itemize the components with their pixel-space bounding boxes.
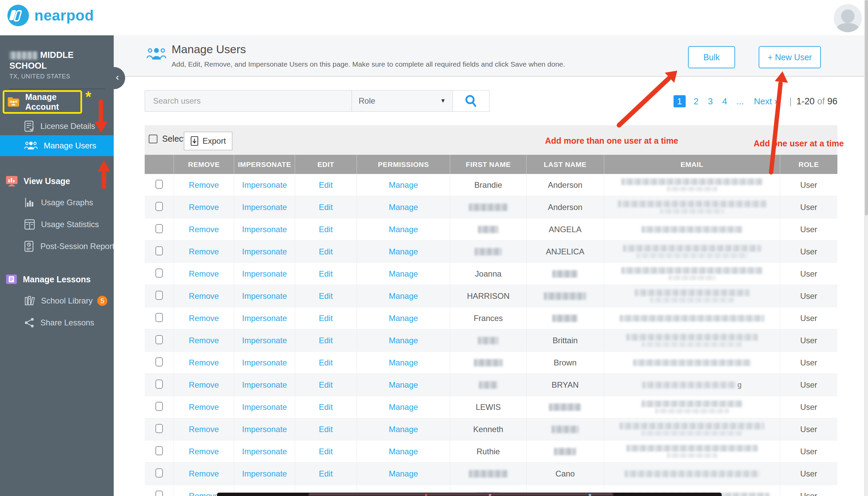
impersonate-link[interactable]: Impersonate (242, 225, 287, 234)
role-filter-dropdown[interactable]: Role ▼ (352, 91, 453, 111)
edit-link[interactable]: Edit (319, 469, 333, 478)
remove-link[interactable]: Remove (189, 402, 219, 412)
impersonate-link[interactable]: Impersonate (242, 402, 287, 412)
edit-link[interactable]: Edit (319, 180, 333, 189)
sidebar-item-manage-account[interactable]: Manage Account (3, 90, 82, 114)
edit-link[interactable]: Edit (319, 425, 333, 434)
bulk-button[interactable]: Bulk (688, 46, 735, 68)
permissions-manage-link[interactable]: Manage (389, 358, 418, 367)
edit-cell: Edit (295, 174, 357, 196)
remove-link[interactable]: Remove (189, 291, 219, 300)
remove-link[interactable]: Remove (189, 358, 219, 367)
remove-link[interactable]: Remove (189, 425, 219, 434)
row-checkbox[interactable] (155, 313, 163, 322)
page-ellipsis[interactable]: ... (737, 96, 744, 107)
page-1-active[interactable]: 1 (674, 95, 686, 107)
impersonate-cell: Impersonate (234, 418, 295, 440)
permissions-manage-link[interactable]: Manage (389, 291, 418, 300)
permissions-manage-link[interactable]: Manage (389, 447, 418, 456)
impersonate-cell: Impersonate (234, 196, 295, 218)
impersonate-link[interactable]: Impersonate (242, 358, 287, 367)
impersonate-link[interactable]: Impersonate (242, 247, 287, 256)
edit-link[interactable]: Edit (319, 336, 333, 345)
permissions-manage-link[interactable]: Manage (389, 380, 418, 389)
row-checkbox[interactable] (155, 468, 163, 478)
permissions-manage-link[interactable]: Manage (389, 425, 418, 434)
page-2[interactable]: 2 (694, 96, 698, 107)
remove-link[interactable]: Remove (189, 491, 219, 496)
remove-link[interactable]: Remove (189, 247, 219, 256)
permissions-manage-link[interactable]: Manage (389, 203, 418, 212)
permissions-manage-link[interactable]: Manage (389, 469, 418, 478)
row-checkbox[interactable] (155, 379, 163, 389)
remove-link[interactable]: Remove (189, 203, 219, 212)
permissions-manage-link[interactable]: Manage (389, 314, 418, 323)
impersonate-link[interactable]: Impersonate (242, 269, 287, 278)
impersonate-link[interactable]: Impersonate (242, 469, 287, 478)
user-avatar[interactable] (834, 4, 862, 32)
nearpod-logo[interactable]: nearpod (7, 5, 94, 26)
search-button[interactable] (453, 91, 489, 111)
impersonate-link[interactable]: Impersonate (242, 291, 287, 300)
edit-link[interactable]: Edit (319, 247, 333, 256)
row-checkbox[interactable] (155, 224, 163, 233)
remove-link[interactable]: Remove (189, 380, 219, 389)
impersonate-link[interactable]: Impersonate (242, 314, 287, 323)
export-button[interactable]: Export (184, 131, 233, 151)
edit-link[interactable]: Edit (319, 447, 333, 456)
permissions-manage-link[interactable]: Manage (389, 225, 418, 234)
remove-link[interactable]: Remove (189, 225, 219, 234)
email-cell (604, 263, 780, 285)
row-checkbox[interactable] (155, 491, 163, 496)
permissions-manage-link[interactable]: Manage (389, 336, 418, 345)
sidebar-item-view-usage[interactable]: View Usage (0, 173, 119, 189)
manage-users-label: Manage Users (44, 141, 96, 151)
edit-link[interactable]: Edit (319, 203, 333, 212)
search-input[interactable] (153, 96, 343, 106)
sidebar-item-manage-lessons[interactable]: Manage Lessons (0, 271, 119, 288)
permissions-manage-link[interactable]: Manage (389, 180, 418, 189)
checkbox-cell (145, 374, 174, 396)
remove-link[interactable]: Remove (189, 469, 219, 478)
remove-link[interactable]: Remove (189, 269, 219, 278)
edit-link[interactable]: Edit (319, 358, 333, 367)
remove-link[interactable]: Remove (189, 447, 219, 456)
scrollbar[interactable] (864, 0, 868, 496)
remove-link[interactable]: Remove (189, 314, 219, 323)
row-checkbox[interactable] (155, 424, 163, 433)
row-checkbox[interactable] (155, 357, 163, 367)
scrollbar-thumb[interactable] (865, 0, 868, 215)
row-checkbox[interactable] (155, 446, 163, 455)
select-all-checkbox[interactable] (149, 135, 157, 143)
row-checkbox[interactable] (155, 180, 163, 189)
permissions-manage-link[interactable]: Manage (389, 247, 418, 256)
remove-link[interactable]: Remove (189, 180, 219, 189)
row-checkbox[interactable] (155, 291, 163, 300)
impersonate-link[interactable]: Impersonate (242, 336, 287, 345)
impersonate-link[interactable]: Impersonate (242, 425, 287, 434)
sidebar-collapse-button[interactable]: ‹ (103, 67, 125, 89)
edit-link[interactable]: Edit (319, 314, 333, 323)
permissions-manage-link[interactable]: Manage (389, 402, 418, 412)
impersonate-link[interactable]: Impersonate (242, 203, 287, 212)
impersonate-link[interactable]: Impersonate (242, 447, 287, 456)
row-checkbox[interactable] (155, 246, 163, 255)
edit-link[interactable]: Edit (319, 380, 333, 389)
row-checkbox[interactable] (155, 335, 163, 344)
page-4[interactable]: 4 (722, 96, 727, 107)
edit-link[interactable]: Edit (319, 291, 333, 300)
row-checkbox[interactable] (155, 202, 163, 211)
edit-link[interactable]: Edit (319, 225, 333, 234)
page-3[interactable]: 3 (708, 96, 713, 107)
remove-link[interactable]: Remove (189, 336, 219, 345)
edit-cell: Edit (295, 218, 357, 241)
impersonate-link[interactable]: Impersonate (242, 180, 287, 189)
new-user-button[interactable]: + New User (759, 46, 821, 68)
next-page-link[interactable]: Next » (754, 96, 779, 107)
row-checkbox[interactable] (155, 268, 163, 278)
edit-link[interactable]: Edit (319, 269, 333, 278)
impersonate-link[interactable]: Impersonate (242, 380, 287, 389)
permissions-manage-link[interactable]: Manage (389, 269, 418, 278)
row-checkbox[interactable] (155, 402, 163, 411)
edit-link[interactable]: Edit (319, 402, 333, 412)
